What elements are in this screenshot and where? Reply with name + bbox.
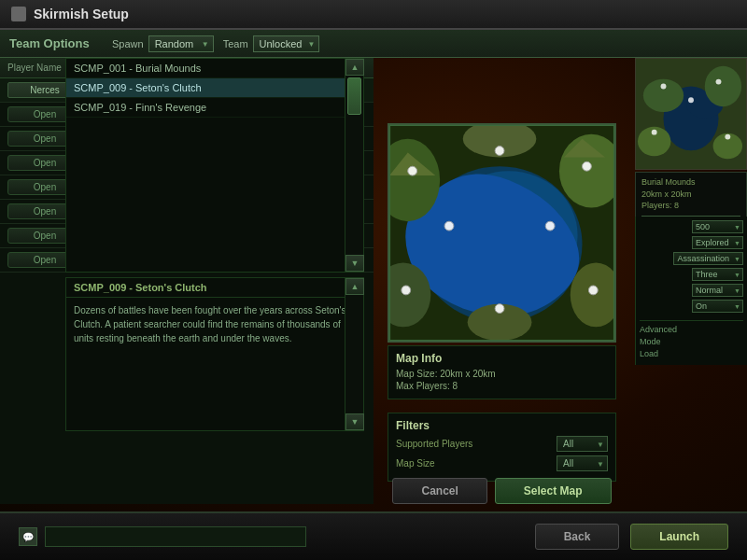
- map-list: SCMP_001 - Burial Mounds SCMP_009 - Seto…: [66, 59, 345, 272]
- supported-players-dropdown[interactable]: All: [557, 436, 608, 452]
- svg-point-27: [444, 221, 454, 231]
- load-row: Load: [640, 349, 743, 358]
- svg-point-23: [402, 286, 411, 295]
- team-label: Team: [223, 38, 248, 49]
- map-info-title: Map Info: [396, 352, 608, 365]
- option-three-dropdown[interactable]: Three: [692, 268, 743, 281]
- map-preview-svg: [389, 125, 614, 341]
- team-dropdown[interactable]: Unlocked: [253, 35, 320, 52]
- map-players-info: Max Players: 8: [396, 381, 608, 391]
- map-select-panel: SCMP_001 - Burial Mounds SCMP_009 - Seto…: [65, 58, 364, 273]
- right-option-row: Assassination: [640, 252, 743, 265]
- svg-point-4: [705, 66, 741, 106]
- map-desc-title: SCMP_009 - Seton's Clutch: [66, 278, 363, 298]
- app-icon: [11, 7, 26, 21]
- svg-point-21: [408, 166, 417, 175]
- select-map-button[interactable]: Select Map: [495, 478, 612, 504]
- map-size-info: Map Size: 20km x 20km: [396, 369, 608, 379]
- map-desc-text: Dozens of battles have been fought over …: [66, 298, 363, 351]
- map-size-filter: Map Size All: [396, 455, 608, 471]
- team-options-bar: Team Options Spawn Random Team Unlocked: [0, 30, 747, 58]
- minimap-svg: [636, 59, 746, 169]
- option-500-dropdown[interactable]: 500: [692, 220, 743, 233]
- svg-point-28: [545, 221, 555, 231]
- load-label: Load: [640, 349, 658, 358]
- svg-point-10: [725, 134, 730, 140]
- option-normal-dropdown[interactable]: Normal: [692, 284, 743, 297]
- option-assassination-dropdown[interactable]: Assassination: [673, 252, 743, 265]
- spawn-label: Spawn: [112, 38, 144, 49]
- team-group: Team Unlocked: [223, 35, 320, 52]
- team-options-label: Team Options: [9, 36, 103, 50]
- action-buttons: Cancel Select Map: [388, 478, 616, 504]
- mode-label: Mode: [640, 337, 661, 346]
- right-option-row: 500: [640, 220, 743, 233]
- svg-point-22: [583, 161, 592, 171]
- map-desc-panel: SCMP_009 - Seton's Clutch Dozens of batt…: [65, 277, 364, 431]
- svg-point-24: [588, 286, 598, 295]
- svg-point-8: [716, 79, 722, 85]
- right-option-row: Three: [640, 268, 743, 281]
- cancel-button[interactable]: Cancel: [392, 478, 486, 504]
- svg-point-9: [652, 130, 657, 135]
- window-title: Skirmish Setup: [34, 7, 129, 21]
- title-bar: Skirmish Setup: [0, 0, 747, 30]
- scroll-thumb[interactable]: [347, 77, 361, 115]
- right-option-row: Explored: [640, 236, 743, 249]
- map-desc-scrollbar[interactable]: ▲ ▼: [345, 278, 363, 430]
- list-item[interactable]: SCMP_019 - Finn's Revenge: [66, 98, 345, 118]
- option-explored-dropdown[interactable]: Explored: [692, 236, 743, 249]
- supported-players-filter: Supported Players All: [396, 436, 608, 452]
- map-title-small: Burial Mounds 20km x 20km Players: 8: [641, 176, 740, 212]
- svg-point-26: [495, 304, 504, 314]
- mode-row: Mode: [640, 337, 743, 346]
- spawn-group: Spawn Random: [112, 35, 214, 52]
- filters-section: Filters Supported Players All Map Size A…: [388, 413, 616, 482]
- desc-scroll-down[interactable]: ▼: [345, 413, 364, 430]
- advanced-label: Advanced: [640, 325, 677, 334]
- list-item[interactable]: SCMP_001 - Burial Mounds: [66, 59, 345, 78]
- scroll-up-btn[interactable]: ▲: [345, 59, 364, 76]
- spawn-dropdown[interactable]: Random: [148, 35, 214, 52]
- right-options-panel: 500 Explored Assassination Three Normal …: [635, 217, 747, 365]
- minimap-preview: [635, 58, 747, 170]
- svg-point-7: [661, 84, 667, 90]
- map-size-filter-label: Map Size: [396, 458, 435, 469]
- advanced-row: Advanced: [640, 325, 743, 334]
- map-preview-large: [388, 123, 616, 343]
- supported-players-label: Supported Players: [396, 439, 472, 449]
- right-option-row: On: [640, 300, 743, 313]
- map-list-scrollbar[interactable]: ▲ ▼: [345, 59, 363, 272]
- option-on-dropdown[interactable]: On: [692, 300, 743, 313]
- map-info-section: Map Info Map Size: 20km x 20km Max Playe…: [388, 345, 616, 399]
- svg-point-11: [688, 97, 694, 103]
- desc-scroll-up[interactable]: ▲: [345, 278, 364, 295]
- map-size-dropdown[interactable]: All: [557, 455, 608, 471]
- list-item[interactable]: SCMP_009 - Seton's Clutch: [66, 78, 345, 98]
- filters-title: Filters: [396, 419, 608, 432]
- main-panel: Team Options Spawn Random Team Unlocked …: [0, 30, 747, 560]
- svg-point-25: [495, 147, 504, 156]
- right-option-row: Normal: [640, 284, 743, 297]
- scroll-down-btn[interactable]: ▼: [345, 255, 364, 272]
